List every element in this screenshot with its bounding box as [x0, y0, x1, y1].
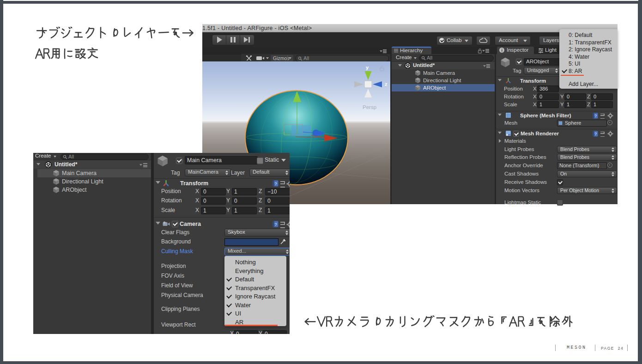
svg-text:z: z	[385, 81, 388, 87]
svg-text:Persp: Persp	[363, 104, 376, 110]
svg-text:?: ?	[274, 181, 277, 186]
svg-text:?: ?	[594, 132, 597, 136]
svg-text:?: ?	[274, 222, 277, 227]
svg-text:?: ?	[594, 114, 597, 118]
svg-text:y: y	[366, 65, 369, 70]
